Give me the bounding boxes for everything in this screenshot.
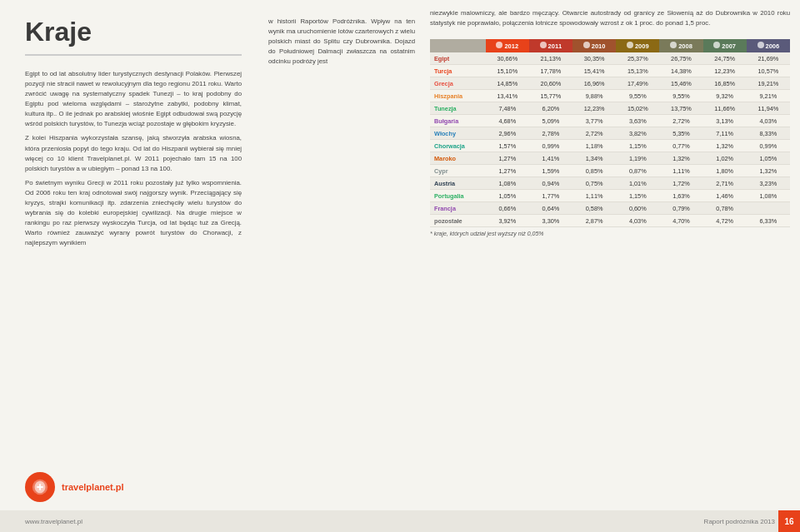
col-header-2009: 2009 (616, 39, 659, 52)
table-cell-value: 0,64% (529, 202, 572, 215)
table-cell-value: 0,77% (659, 140, 702, 152)
right-para-1: niezwykle malowniczy, ale bardzo męczący… (430, 8, 790, 28)
table-cell-value: 21,69% (747, 52, 790, 65)
table-cell-value: 7,11% (703, 127, 747, 140)
table-cell-value: 30,35% (572, 52, 616, 65)
table-row: Włochy2,96%2,78%2,72%3,82%5,35%7,11%8,33… (430, 127, 790, 140)
table-cell-value: 0,79% (659, 202, 702, 215)
col-header-2006: 2006 (747, 39, 790, 52)
table-cell-value: 1,41% (529, 152, 572, 165)
table-row: Bułgaria4,68%5,09%3,77%3,63%2,72%3,13%4,… (430, 115, 790, 127)
table-cell-value: 0,75% (572, 177, 616, 190)
table-row: Chorwacja1,57%0,99%1,18%1,15%0,77%1,32%0… (430, 140, 790, 152)
table-cell-country: pozostałe (430, 215, 486, 227)
table-cell-value: 14,85% (486, 77, 529, 90)
table-cell-country: Turcja (430, 65, 486, 77)
table-cell-value: 3,82% (616, 127, 659, 140)
table-cell-value: 1,11% (572, 190, 616, 202)
table-cell-value: 15,02% (616, 102, 659, 115)
table-cell-value: 13,75% (659, 102, 702, 115)
logo-icon (31, 478, 49, 496)
col-header-2012: 2012 (486, 39, 529, 52)
table-row: pozostałe3,92%3,30%2,87%4,03%4,70%4,72%6… (430, 215, 790, 227)
logo-text: travelplanet.pl (62, 482, 124, 492)
table-cell-value: 1,46% (703, 190, 747, 202)
table-cell-value: 4,03% (747, 115, 790, 127)
table-body: Egipt30,66%21,13%30,35%25,37%26,75%24,75… (430, 52, 790, 227)
table-row: Maroko1,27%1,41%1,34%1,19%1,32%1,02%1,05… (430, 152, 790, 165)
table-cell-value: 9,55% (616, 90, 659, 102)
col-header-2007: 2007 (703, 39, 747, 52)
table-cell-value: 5,35% (659, 127, 702, 140)
footer-report-title: Raport podróżnika 2013 (704, 518, 775, 525)
left-panel: Kraje Egipt to od lat absolutny lider tu… (0, 0, 258, 510)
table-cell-value: 1,80% (703, 165, 747, 177)
table-cell-value: 17,78% (529, 65, 572, 77)
table-row: Hiszpania13,41%15,77%9,88%9,55%9,55%9,32… (430, 90, 790, 102)
table-cell-value: 4,70% (659, 215, 702, 227)
table-cell-value: 5,09% (529, 115, 572, 127)
table-cell-value: 0,58% (572, 202, 616, 215)
table-row: Grecja14,85%20,60%16,96%17,49%15,46%16,8… (430, 77, 790, 90)
table-cell-value: 25,37% (616, 52, 659, 65)
table-cell-value: 11,66% (703, 102, 747, 115)
table-cell-value: 0,78% (703, 202, 747, 215)
table-cell-value: 19,21% (747, 77, 790, 90)
table-row: Turcja15,10%17,78%15,41%15,13%14,38%12,2… (430, 65, 790, 77)
right-panel: niezwykle malowniczy, ale bardzo męczący… (425, 0, 800, 510)
table-cell-value: 21,13% (529, 52, 572, 65)
table-cell-value: 2,72% (572, 127, 616, 140)
table-cell-value: 0,66% (486, 202, 529, 215)
left-para-1: Egipt to od lat absolutny lider turystyc… (25, 69, 242, 129)
table-cell-value: 1,63% (659, 190, 702, 202)
logo-area: travelplanet.pl (25, 464, 242, 502)
table-row: Cypr1,27%1,59%0,85%0,87%1,11%1,80%1,32% (430, 165, 790, 177)
table-cell-country: Włochy (430, 127, 486, 140)
table-cell-value: 1,32% (703, 140, 747, 152)
table-cell-value: 30,66% (486, 52, 529, 65)
table-cell-value: 15,10% (486, 65, 529, 77)
table-cell-value: 3,23% (747, 177, 790, 190)
table-cell-country: Chorwacja (430, 140, 486, 152)
col-header-2008: 2008 (659, 39, 702, 52)
table-cell-value: 1,05% (486, 190, 529, 202)
table-cell-value: 26,75% (659, 52, 702, 65)
table-cell-value: 3,63% (616, 115, 659, 127)
table-cell-value: 2,87% (572, 215, 616, 227)
table-cell-value (747, 202, 790, 215)
page-title: Kraje (25, 17, 242, 56)
content-area: Kraje Egipt to od lat absolutny lider tu… (0, 0, 800, 510)
left-para-3: Po świetnym wyniku Grecji w 2011 roku po… (25, 178, 242, 249)
table-cell-value: 0,99% (747, 140, 790, 152)
table-cell-value: 16,96% (572, 77, 616, 90)
table-cell-value: 1,08% (747, 190, 790, 202)
table-cell-value: 9,32% (703, 90, 747, 102)
table-cell-value: 1,19% (616, 152, 659, 165)
table-cell-value: 4,03% (616, 215, 659, 227)
table-row: Portugalia1,05%1,77%1,11%1,15%1,63%1,46%… (430, 190, 790, 202)
table-cell-country: Francja (430, 202, 486, 215)
table-cell-value: 16,85% (703, 77, 747, 90)
table-cell-value: 17,49% (616, 77, 659, 90)
table-cell-value: 6,33% (747, 215, 790, 227)
table-cell-value: 1,59% (529, 165, 572, 177)
table-cell-value: 15,13% (616, 65, 659, 77)
table-cell-value: 1,05% (747, 152, 790, 165)
table-cell-value: 8,33% (747, 127, 790, 140)
data-table: 2012 2011 2010 2009 2008 (430, 39, 790, 227)
table-cell-value: 13,41% (486, 90, 529, 102)
table-cell-value: 1,57% (486, 140, 529, 152)
footer-website: www.travelplanet.pl (25, 518, 82, 525)
left-text: Egipt to od lat absolutny lider turystyc… (25, 69, 242, 252)
table-header-row: 2012 2011 2010 2009 2008 (430, 39, 790, 52)
table-cell-value: 1,02% (703, 152, 747, 165)
left-para-2: Z kolei Hiszpania wykorzystała szansę, j… (25, 133, 242, 173)
table-cell-value: 15,46% (659, 77, 702, 90)
table-row: Austria1,08%0,94%0,75%1,01%1,72%2,71%3,2… (430, 177, 790, 190)
right-text: niezwykle malowniczy, ale bardzo męczący… (430, 8, 790, 32)
table-row: Egipt30,66%21,13%30,35%25,37%26,75%24,75… (430, 52, 790, 65)
table-cell-value: 4,72% (703, 215, 747, 227)
table-cell-value: 9,88% (572, 90, 616, 102)
middle-para-1: w historii Raportów Podróżnika. Wpływ na… (268, 17, 415, 67)
table-cell-value: 4,68% (486, 115, 529, 127)
